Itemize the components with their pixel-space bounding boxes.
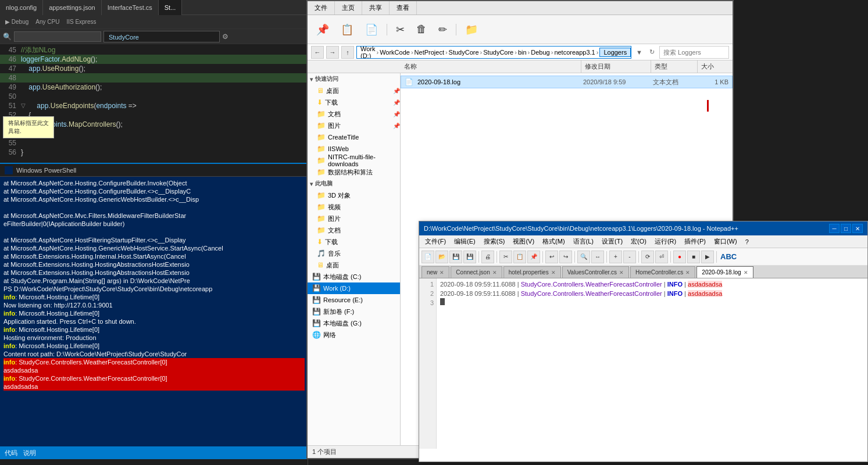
fe-delete-btn[interactable]: 🗑 [412,22,431,37]
powershell-content[interactable]: at Microsoft.AspNetCore.Hosting.Configur… [0,177,308,441]
fe-dropdown-arrow[interactable]: ▼ [634,49,645,56]
tree-nitrc[interactable]: 📁 NITRC-multi-file-downloads [308,155,400,166]
notepad-close-btn[interactable]: ✕ [852,224,863,233]
tree-downloads-1[interactable]: ⬇ 下载 📌 [308,96,400,108]
npp-play-btn[interactable]: ▶ [701,251,714,263]
path-loggers[interactable]: Loggers [599,48,631,57]
path-workcode[interactable]: WorkCode [380,49,410,56]
tree-drive-c[interactable]: 💾 本地磁盘 (C:) [308,271,400,282]
path-bin[interactable]: bin [518,49,527,56]
tree-3d-objects[interactable]: 📁 3D 对象 [308,189,400,201]
npp-save-btn[interactable]: 💾 [449,251,462,263]
notepad-minimize-btn[interactable]: ─ [829,224,840,233]
solution-search-input[interactable] [14,31,101,42]
npp-copy-btn[interactable]: 📋 [513,251,526,263]
npp-tab-hotel[interactable]: hotel.properties ✕ [503,266,561,278]
iis-dropdown[interactable]: IIS Express [64,17,98,26]
fe-col-type-header[interactable]: 类型 [651,60,698,73]
npp-tab-new[interactable]: new ✕ [422,266,449,278]
fe-tab-view[interactable]: 查看 [390,1,417,15]
fe-pin-btn[interactable]: 📌 [312,22,333,38]
npp-saveall-btn[interactable]: 💾 [463,251,476,263]
tree-desktop-1[interactable]: 🖥 桌面 📌 [308,85,400,96]
npp-view-menu[interactable]: 视图(V) [509,236,538,247]
npp-tab-close-3[interactable]: ✕ [619,270,624,276]
npp-record-btn[interactable]: ● [673,251,686,263]
tree-downloads-2[interactable]: ⬇ 下载 [308,236,400,248]
fe-tab-home[interactable]: 主页 [335,1,362,15]
npp-macro-menu[interactable]: 宏(O) [627,236,650,247]
tab-interface-test[interactable]: InterfaceTest.cs [102,0,159,15]
npp-zoom-out-btn[interactable]: - [623,251,636,263]
npp-new-btn[interactable]: 📄 [422,251,434,263]
fe-up-btn[interactable]: ↑ [341,46,354,59]
fe-back-btn[interactable]: ← [311,46,324,59]
footer-note[interactable]: 说明 [23,449,36,457]
file-row-log[interactable]: 📄 2020-09-18.log 2020/9/18 9:59 文本文档 1 K… [401,76,733,88]
tree-desktop-2[interactable]: 🖥 桌面 [308,259,400,271]
npp-redo-btn[interactable]: ↪ [559,251,572,263]
npp-tab-close-4[interactable]: ✕ [685,270,690,276]
npp-zoom-in-btn[interactable]: + [609,251,622,263]
fe-tab-share[interactable]: 共享 [362,1,390,15]
this-pc-header[interactable]: ▾ 此电脑 [308,178,400,189]
npp-replace-btn[interactable]: ↔ [591,251,604,263]
tree-pictures-2[interactable]: 📁 图片 [308,213,400,224]
path-studycore2[interactable]: StudyCore [483,49,513,56]
tree-data-struct[interactable]: 📁 数据结构和算法 [308,166,400,178]
tree-create-title[interactable]: 📁 CreateTitle [308,131,400,143]
npp-settings-menu[interactable]: 设置(T) [598,236,626,247]
npp-open-btn[interactable]: 📂 [435,251,448,263]
npp-wrap-btn[interactable]: ⏎ [655,251,668,263]
npp-plugin-menu[interactable]: 插件(P) [681,236,709,247]
path-netcore[interactable]: netcoreapp3.1 [554,49,595,56]
quick-access-header[interactable]: ▾ 快速访问 [308,73,400,85]
npp-tab-close-1[interactable]: ✕ [492,270,497,276]
npp-print-btn[interactable]: 🖨 [481,251,494,263]
path-work[interactable]: Work (D:) [360,46,375,59]
path-debug[interactable]: Debug [531,49,549,56]
npp-lang-menu[interactable]: 语言(L) [570,236,597,247]
npp-find-btn[interactable]: 🔍 [577,251,590,263]
npp-cut-btn[interactable]: ✂ [499,251,512,263]
npp-undo-btn[interactable]: ↩ [545,251,558,263]
fe-tab-file[interactable]: 文件 [308,1,335,15]
tree-drive-d[interactable]: 💾 Work (D:) [308,282,400,294]
npp-edit-menu[interactable]: 编辑(E) [451,236,479,247]
tree-pictures-1[interactable]: 📁 图片 📌 [308,120,400,131]
npp-format-menu[interactable]: 格式(M) [539,236,569,247]
npp-tab-connect[interactable]: Connect.json ✕ [451,266,502,278]
notepad-maximize-btn[interactable]: □ [841,224,851,233]
npp-stop-btn[interactable]: ■ [687,251,700,263]
tab-appsettings[interactable]: appsettings.json [43,0,102,15]
fe-newfolder-btn[interactable]: 📁 [461,22,482,38]
fe-rename-btn[interactable]: ✏ [434,22,451,38]
notepad-content[interactable]: 1 2 3 2020-09-18 09:59:11.6088 | StudyCo… [419,278,867,449]
npp-tab-values[interactable]: ValuesController.cs ✕ [562,266,629,278]
fe-address-path[interactable]: Work (D:) › WorkCode › NetProject › Stud… [356,46,631,59]
fe-col-name-header[interactable]: 名称 [401,60,581,73]
npp-run-menu[interactable]: 运行(R) [651,236,680,247]
npp-window-menu[interactable]: 窗口(W) [710,236,741,247]
tree-video[interactable]: 📁 视频 [308,201,400,213]
fe-copy-btn[interactable]: 📋 [337,22,358,38]
path-netproject[interactable]: NetProject [415,49,444,56]
npp-tab-close-0[interactable]: ✕ [440,270,444,276]
npp-help-menu[interactable]: ? [742,237,752,246]
npp-tab-close-5[interactable]: ✕ [744,270,748,276]
fe-col-date-header[interactable]: 修改日期 [581,60,651,73]
debug-dropdown[interactable]: ▶ Debug [3,17,31,26]
tree-docs-1[interactable]: 📁 文档 📌 [308,108,400,120]
tree-docs-2[interactable]: 📁 文档 [308,224,400,236]
tree-drive-e[interactable]: 💾 Resource (E:) [308,294,400,306]
npp-tab-home[interactable]: HomeController.cs ✕ [630,266,695,278]
npp-tab-close-2[interactable]: ✕ [551,270,556,276]
fe-move-btn[interactable]: ✂ [392,22,409,38]
tree-drive-g[interactable]: 💾 本地磁盘 (G:) [308,317,400,329]
path-studycore1[interactable]: StudyCore [449,49,479,56]
tab-nlog-config[interactable]: nlog.config [0,0,43,15]
fe-paste-btn[interactable]: 📄 [361,22,382,38]
tree-network[interactable]: 🌐 网络 [308,329,400,341]
cpu-dropdown[interactable]: Any CPU [33,17,62,26]
fe-search-input[interactable] [659,46,729,59]
